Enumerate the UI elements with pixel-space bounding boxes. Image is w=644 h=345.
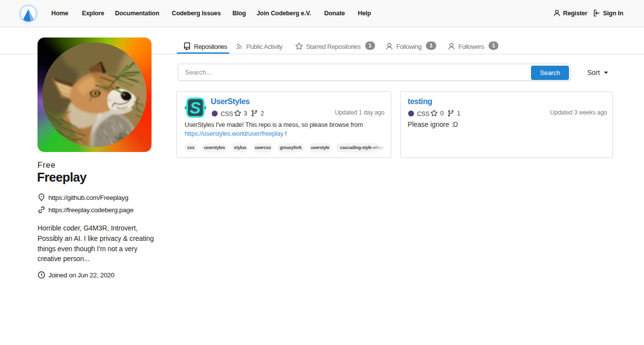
svg-text:S: S xyxy=(189,99,200,117)
